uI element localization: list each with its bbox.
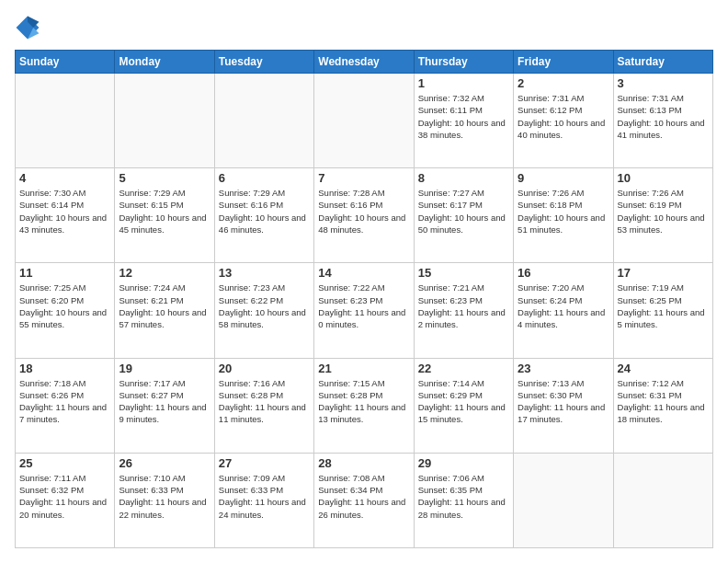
calendar-cell: 5Sunrise: 7:29 AM Sunset: 6:15 PM Daylig…	[115, 168, 214, 263]
calendar-cell: 28Sunrise: 7:08 AM Sunset: 6:34 PM Dayli…	[314, 453, 414, 547]
calendar-cell	[16, 74, 115, 168]
calendar-cell: 23Sunrise: 7:13 AM Sunset: 6:30 PM Dayli…	[514, 358, 613, 453]
day-info: Sunrise: 7:31 AM Sunset: 6:12 PM Dayligh…	[518, 92, 609, 141]
calendar-cell: 9Sunrise: 7:26 AM Sunset: 6:18 PM Daylig…	[514, 168, 613, 263]
day-number: 12	[119, 266, 210, 280]
day-info: Sunrise: 7:25 AM Sunset: 6:20 PM Dayligh…	[19, 282, 110, 330]
day-info: Sunrise: 7:15 AM Sunset: 6:28 PM Dayligh…	[318, 377, 409, 426]
day-number: 17	[618, 266, 709, 280]
day-number: 10	[618, 171, 709, 185]
day-number: 8	[418, 171, 509, 185]
day-info: Sunrise: 7:29 AM Sunset: 6:15 PM Dayligh…	[119, 187, 210, 236]
day-info: Sunrise: 7:12 AM Sunset: 6:31 PM Dayligh…	[618, 377, 709, 426]
col-sunday: Sunday	[16, 51, 115, 74]
calendar-table: Sunday Monday Tuesday Wednesday Thursday…	[15, 50, 713, 548]
day-info: Sunrise: 7:08 AM Sunset: 6:34 PM Dayligh…	[318, 472, 409, 521]
calendar-cell: 10Sunrise: 7:26 AM Sunset: 6:19 PM Dayli…	[613, 168, 712, 263]
day-info: Sunrise: 7:09 AM Sunset: 6:33 PM Dayligh…	[219, 472, 310, 521]
calendar-cell: 3Sunrise: 7:31 AM Sunset: 6:13 PM Daylig…	[613, 74, 712, 168]
day-info: Sunrise: 7:16 AM Sunset: 6:28 PM Dayligh…	[219, 377, 310, 426]
calendar-cell: 11Sunrise: 7:25 AM Sunset: 6:20 PM Dayli…	[16, 263, 115, 358]
day-number: 21	[318, 362, 409, 375]
calendar-cell: 27Sunrise: 7:09 AM Sunset: 6:33 PM Dayli…	[214, 453, 313, 547]
day-number: 18	[19, 362, 110, 375]
day-info: Sunrise: 7:24 AM Sunset: 6:21 PM Dayligh…	[119, 282, 210, 330]
col-wednesday: Wednesday	[314, 51, 414, 74]
day-number: 3	[618, 76, 709, 90]
calendar-cell: 15Sunrise: 7:21 AM Sunset: 6:23 PM Dayli…	[414, 263, 513, 358]
day-number: 13	[219, 266, 310, 280]
calendar-week-row: 11Sunrise: 7:25 AM Sunset: 6:20 PM Dayli…	[16, 263, 713, 358]
calendar-week-row: 1Sunrise: 7:32 AM Sunset: 6:11 PM Daylig…	[16, 74, 713, 168]
day-info: Sunrise: 7:17 AM Sunset: 6:27 PM Dayligh…	[119, 377, 210, 426]
day-info: Sunrise: 7:26 AM Sunset: 6:18 PM Dayligh…	[518, 187, 609, 236]
day-info: Sunrise: 7:18 AM Sunset: 6:26 PM Dayligh…	[19, 377, 110, 426]
col-saturday: Saturday	[613, 51, 712, 74]
calendar-cell: 19Sunrise: 7:17 AM Sunset: 6:27 PM Dayli…	[115, 358, 214, 453]
day-number: 24	[618, 362, 709, 375]
day-number: 1	[418, 76, 509, 90]
header	[15, 15, 713, 40]
calendar-cell	[115, 74, 214, 168]
calendar-cell: 13Sunrise: 7:23 AM Sunset: 6:22 PM Dayli…	[214, 263, 313, 358]
day-info: Sunrise: 7:19 AM Sunset: 6:25 PM Dayligh…	[618, 282, 709, 330]
day-number: 29	[418, 456, 509, 470]
calendar-cell: 1Sunrise: 7:32 AM Sunset: 6:11 PM Daylig…	[414, 74, 513, 168]
calendar-cell: 24Sunrise: 7:12 AM Sunset: 6:31 PM Dayli…	[613, 358, 712, 453]
calendar-cell: 6Sunrise: 7:29 AM Sunset: 6:16 PM Daylig…	[214, 168, 313, 263]
day-number: 11	[19, 266, 110, 280]
logo-icon	[15, 15, 40, 40]
day-number: 28	[318, 456, 409, 470]
calendar-week-row: 25Sunrise: 7:11 AM Sunset: 6:32 PM Dayli…	[16, 453, 713, 547]
calendar-cell: 7Sunrise: 7:28 AM Sunset: 6:16 PM Daylig…	[314, 168, 414, 263]
day-number: 4	[19, 171, 110, 185]
calendar-cell: 22Sunrise: 7:14 AM Sunset: 6:29 PM Dayli…	[414, 358, 513, 453]
day-info: Sunrise: 7:06 AM Sunset: 6:35 PM Dayligh…	[418, 472, 509, 521]
day-number: 9	[518, 171, 609, 185]
calendar-cell	[214, 74, 313, 168]
calendar-cell: 4Sunrise: 7:30 AM Sunset: 6:14 PM Daylig…	[16, 168, 115, 263]
calendar-cell: 26Sunrise: 7:10 AM Sunset: 6:33 PM Dayli…	[115, 453, 214, 547]
day-info: Sunrise: 7:29 AM Sunset: 6:16 PM Dayligh…	[219, 187, 310, 236]
calendar-cell: 14Sunrise: 7:22 AM Sunset: 6:23 PM Dayli…	[314, 263, 414, 358]
calendar-cell: 29Sunrise: 7:06 AM Sunset: 6:35 PM Dayli…	[414, 453, 513, 547]
calendar-header-row: Sunday Monday Tuesday Wednesday Thursday…	[16, 51, 713, 74]
calendar-cell	[613, 453, 712, 547]
day-number: 19	[119, 362, 210, 375]
logo	[15, 15, 44, 40]
calendar-cell: 8Sunrise: 7:27 AM Sunset: 6:17 PM Daylig…	[414, 168, 513, 263]
day-info: Sunrise: 7:28 AM Sunset: 6:16 PM Dayligh…	[318, 187, 409, 236]
page: Sunday Monday Tuesday Wednesday Thursday…	[0, 0, 728, 563]
calendar-week-row: 18Sunrise: 7:18 AM Sunset: 6:26 PM Dayli…	[16, 358, 713, 453]
day-info: Sunrise: 7:23 AM Sunset: 6:22 PM Dayligh…	[219, 282, 310, 330]
day-number: 6	[219, 171, 310, 185]
calendar-cell	[314, 74, 414, 168]
day-number: 27	[219, 456, 310, 470]
day-number: 22	[418, 362, 509, 375]
day-number: 20	[219, 362, 310, 375]
day-info: Sunrise: 7:32 AM Sunset: 6:11 PM Dayligh…	[418, 92, 509, 141]
day-info: Sunrise: 7:30 AM Sunset: 6:14 PM Dayligh…	[19, 187, 110, 236]
calendar-cell: 12Sunrise: 7:24 AM Sunset: 6:21 PM Dayli…	[115, 263, 214, 358]
day-number: 5	[119, 171, 210, 185]
day-info: Sunrise: 7:11 AM Sunset: 6:32 PM Dayligh…	[19, 472, 110, 521]
day-info: Sunrise: 7:13 AM Sunset: 6:30 PM Dayligh…	[518, 377, 609, 426]
day-info: Sunrise: 7:26 AM Sunset: 6:19 PM Dayligh…	[618, 187, 709, 236]
calendar-cell: 17Sunrise: 7:19 AM Sunset: 6:25 PM Dayli…	[613, 263, 712, 358]
day-number: 7	[318, 171, 409, 185]
calendar-cell	[514, 453, 613, 547]
col-friday: Friday	[514, 51, 613, 74]
calendar-cell: 20Sunrise: 7:16 AM Sunset: 6:28 PM Dayli…	[214, 358, 313, 453]
day-number: 16	[518, 266, 609, 280]
day-number: 25	[19, 456, 110, 470]
calendar-week-row: 4Sunrise: 7:30 AM Sunset: 6:14 PM Daylig…	[16, 168, 713, 263]
calendar-cell: 21Sunrise: 7:15 AM Sunset: 6:28 PM Dayli…	[314, 358, 414, 453]
calendar-cell: 16Sunrise: 7:20 AM Sunset: 6:24 PM Dayli…	[514, 263, 613, 358]
day-info: Sunrise: 7:22 AM Sunset: 6:23 PM Dayligh…	[318, 282, 409, 330]
day-number: 26	[119, 456, 210, 470]
col-monday: Monday	[115, 51, 214, 74]
day-number: 2	[518, 76, 609, 90]
day-info: Sunrise: 7:27 AM Sunset: 6:17 PM Dayligh…	[418, 187, 509, 236]
calendar-cell: 25Sunrise: 7:11 AM Sunset: 6:32 PM Dayli…	[16, 453, 115, 547]
day-info: Sunrise: 7:20 AM Sunset: 6:24 PM Dayligh…	[518, 282, 609, 330]
